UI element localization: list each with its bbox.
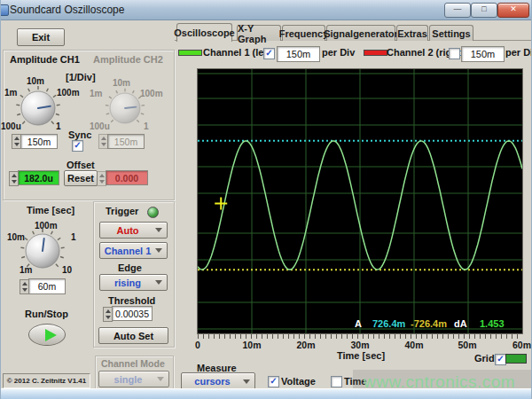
- copyright-status: © 2012 C. Zeitnitz V1.41: [3, 373, 90, 388]
- check-icon: ✓: [497, 354, 504, 364]
- check-icon: ✓: [74, 140, 81, 150]
- x-tick-20m: 20m: [290, 340, 322, 350]
- sync-checkbox[interactable]: ✓: [72, 140, 83, 152]
- time-field[interactable]: 60m: [28, 278, 66, 294]
- channel1-color-swatch: [178, 50, 202, 56]
- threshold-field[interactable]: 0.00035: [112, 306, 153, 321]
- maximize-icon: □: [481, 4, 486, 13]
- amplitude-ch1-knob[interactable]: [13, 83, 63, 133]
- trigger-edge-dropdown[interactable]: rising: [99, 274, 168, 291]
- run-stop-label: Run/Stop: [25, 309, 68, 319]
- minimize-button[interactable]: —: [444, 3, 471, 18]
- window-title: Soundcard Oszilloscope: [10, 4, 124, 16]
- dropdown-arrow-icon: [155, 280, 162, 285]
- x-axis-title: Time [sec]: [323, 350, 399, 361]
- trigger-title: Trigger: [106, 206, 138, 216]
- x-tick-30m: 30m: [344, 340, 376, 350]
- maximize-button[interactable]: □: [471, 3, 497, 18]
- channel2-enable-checkbox[interactable]: [449, 48, 460, 59]
- close-button[interactable]: ✕: [497, 3, 529, 18]
- amplitude-ch2-title: Amplitude CH2: [93, 54, 163, 65]
- time-knob[interactable]: [18, 226, 67, 276]
- ch2-scale-field[interactable]: 150m: [107, 134, 145, 149]
- tab-oscilloscope[interactable]: Oscilloscope: [176, 23, 232, 42]
- offset-label: Offset: [66, 160, 95, 170]
- channel2-perdiv-label: per Div: [505, 47, 532, 58]
- auto-set-button[interactable]: Auto Set: [98, 327, 168, 344]
- exit-button[interactable]: Exit: [17, 28, 65, 46]
- sync-label: Sync: [68, 129, 91, 140]
- channel2-color-swatch: [364, 50, 387, 56]
- close-icon: ✕: [510, 4, 517, 13]
- app-icon: [0, 4, 9, 16]
- channel1-enable-checkbox[interactable]: ✓: [263, 48, 275, 59]
- tab-signalgenerator[interactable]: Signalgenerator: [326, 25, 395, 41]
- channel-mode-label: Channel Mode: [101, 358, 165, 369]
- amplitude-unit-label: [1/Div]: [66, 72, 96, 82]
- channel1-perdiv-field[interactable]: 150m: [277, 46, 320, 62]
- edge-label: Edge: [118, 262, 142, 273]
- time-title: Time [sec]: [27, 205, 74, 215]
- ch2-offset-field[interactable]: 0.000: [106, 170, 148, 185]
- channel1-perdiv-label: per Div: [322, 47, 355, 58]
- trigger-source-dropdown[interactable]: Channel 1: [99, 242, 168, 259]
- reset-button[interactable]: Reset: [64, 170, 98, 186]
- spinner-down-icon[interactable]: [14, 143, 20, 146]
- readout-da-label: dA: [454, 318, 467, 329]
- dropdown-arrow-icon: [243, 379, 250, 384]
- trigger-mode-dropdown[interactable]: Auto: [99, 222, 168, 239]
- ch1-scale-field[interactable]: 150m: [20, 134, 58, 149]
- x-tick-60m: 60m: [503, 340, 531, 350]
- x-tick-0: 0: [192, 340, 203, 350]
- trigger-led: [147, 207, 159, 218]
- measure-mode-dropdown[interactable]: cursors: [181, 372, 255, 390]
- watermark-text: www.cntronics.com: [364, 372, 515, 392]
- dropdown-arrow-icon: [155, 228, 162, 232]
- x-tick-50m: 50m: [451, 340, 483, 350]
- voltage-label: Voltage: [281, 376, 316, 387]
- check-icon: ✓: [270, 376, 277, 386]
- run-stop-button[interactable]: [28, 324, 66, 346]
- ch2-dial-left: 1m: [90, 89, 102, 98]
- channel-mode-dropdown[interactable]: single: [98, 371, 169, 387]
- minimize-icon: —: [454, 4, 462, 13]
- readout-a-label: A: [355, 318, 362, 329]
- dropdown-arrow-icon: [157, 377, 164, 381]
- ch1-offset-field[interactable]: 182.0u: [18, 170, 59, 185]
- grid-label: Grid: [474, 353, 495, 364]
- dropdown-arrow-icon: [155, 248, 162, 253]
- readout-cursor-a: 726.4m: [372, 318, 405, 329]
- x-tick-40m: 40m: [398, 340, 430, 350]
- check-icon: ✓: [265, 48, 272, 58]
- x-axis-ruler: [198, 334, 522, 339]
- time-dial-right: 1: [71, 232, 76, 242]
- grid-color-swatch[interactable]: [505, 354, 527, 364]
- voltage-checkbox[interactable]: ✓: [268, 376, 279, 387]
- amplitude-ch1-title: Amplitude CH1: [10, 54, 80, 65]
- x-tick-10m: 10m: [236, 340, 268, 350]
- tab-extras[interactable]: Extras: [396, 25, 428, 41]
- title-bar[interactable]: Soundcard Oszilloscope — □ ✕: [1, 0, 532, 20]
- amplitude-ch2-knob[interactable]: [103, 86, 147, 130]
- time-checkbox[interactable]: [331, 376, 342, 387]
- tab-xy-graph[interactable]: X-Y Graph: [237, 25, 281, 41]
- tab-settings[interactable]: Settings: [429, 25, 473, 41]
- spinner-up-icon[interactable]: [14, 137, 20, 140]
- soundcard-oscilloscope-window: Soundcard Oszilloscope — □ ✕ Exit Amplit…: [0, 0, 532, 399]
- readout-cursor-b: -726.4m: [411, 318, 447, 329]
- channel2-perdiv-field[interactable]: 150m: [461, 46, 505, 62]
- threshold-label: Threshold: [108, 295, 155, 306]
- scope-display[interactable]: A 726.4m -726.4m dA 1.453: [198, 69, 522, 333]
- play-icon: [45, 329, 57, 341]
- tab-frequency[interactable]: Frequency: [282, 25, 325, 41]
- readout-da-value: 1.453: [480, 318, 505, 329]
